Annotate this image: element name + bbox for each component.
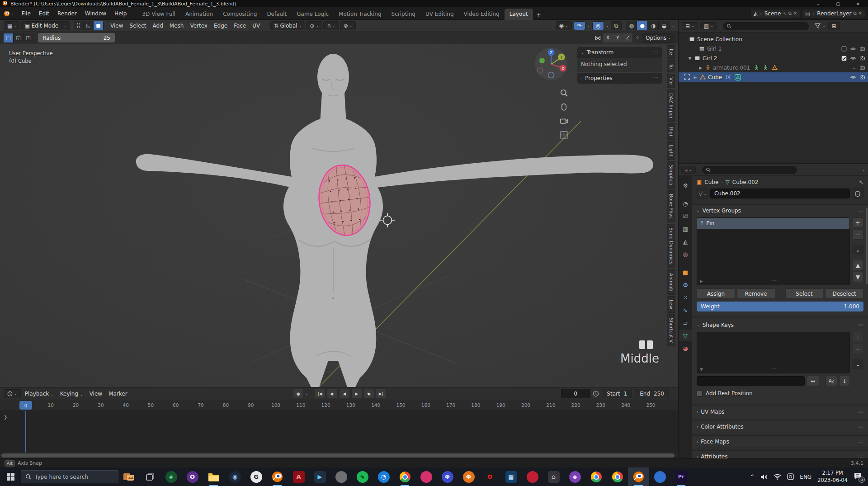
- mesh-datablock-dropdown[interactable]: ▽⌄: [697, 189, 708, 198]
- current-frame-field[interactable]: 0: [561, 389, 590, 398]
- menu-help[interactable]: Help: [110, 9, 131, 19]
- viewport-menu-mesh[interactable]: Mesh: [166, 21, 187, 30]
- tab-animation[interactable]: Animation: [180, 9, 218, 20]
- play-reverse-button[interactable]: ◀: [339, 389, 350, 398]
- jump-to-start-button[interactable]: |◀: [315, 389, 326, 398]
- tab-scripting[interactable]: Scripting: [387, 9, 420, 20]
- panel-grip-icon[interactable]: ∷∷: [859, 410, 863, 414]
- maximize-button[interactable]: ▢: [828, 1, 848, 6]
- news-widget-icon[interactable]: [118, 467, 139, 486]
- properties-tab-data[interactable]: ▽: [679, 330, 692, 341]
- outliner-row-armature-001[interactable]: ▶armature.001⌄: [679, 63, 868, 72]
- panel-grip-icon[interactable]: ∷∷: [859, 439, 863, 444]
- blender-app-menu[interactable]: ⌄: [0, 10, 18, 17]
- language-indicator[interactable]: ENG: [800, 474, 811, 480]
- taskbar-app-app-gray[interactable]: [330, 467, 352, 486]
- taskbar-app-app-phi-orange[interactable]: Φ: [458, 467, 479, 486]
- snap-falloff-icon[interactable]: ⁘: [635, 35, 640, 41]
- tab-uv-editing[interactable]: UV Editing: [420, 9, 459, 20]
- mirror-z-toggle[interactable]: Z: [623, 33, 633, 42]
- sidebar-tab-to[interactable]: To: [667, 60, 675, 72]
- properties-tab-object[interactable]: ■: [679, 266, 692, 278]
- taskbar-app-blender[interactable]: [267, 467, 288, 486]
- sort-direction-button[interactable]: ↓: [839, 376, 850, 386]
- hide-eye-icon[interactable]: [850, 56, 856, 61]
- shape-keys-list[interactable]: ▼∷∷: [697, 332, 850, 373]
- taskbar-app-app-pink-circle[interactable]: [415, 467, 437, 486]
- editor-type-button[interactable]: ▦⌄: [4, 21, 20, 30]
- sidebar-tab-simplica[interactable]: Simplica: [667, 161, 675, 189]
- section-color-attributes[interactable]: ›Color Attributes∷∷: [692, 420, 868, 433]
- preview-range-clock-icon[interactable]: [593, 391, 599, 397]
- taskbar-app-photos-app[interactable]: ▦: [500, 467, 522, 486]
- vertex-group-item-pin[interactable]: ⠿ Pin ⌐: [697, 218, 849, 229]
- disclosure-icon[interactable]: ▼: [688, 56, 692, 61]
- taskbar-app-app-blue-circle[interactable]: [649, 467, 670, 486]
- timeline-menu-marker[interactable]: Marker: [105, 389, 130, 398]
- wireframe-shading-icon[interactable]: ◍: [626, 21, 637, 30]
- fake-user-shield-button[interactable]: [852, 189, 863, 198]
- disclosure-icon[interactable]: ▶: [693, 75, 698, 80]
- tab-video-editing[interactable]: Video Editing: [459, 9, 505, 20]
- properties-tab-output[interactable]: ⎚: [679, 210, 692, 222]
- properties-tab-scene[interactable]: ◭: [679, 236, 692, 247]
- taskbar-app-chrome-profile-3[interactable]: [607, 467, 628, 486]
- editor-type-button[interactable]: ⫞⌄: [681, 166, 696, 174]
- mirror-x-toggle[interactable]: X: [603, 33, 613, 42]
- taskbar-app-app-steam-blue[interactable]: ◉: [224, 467, 245, 486]
- outliner-row-girl-2[interactable]: ▼Girl 2: [679, 53, 868, 63]
- sidebar-tab-daz-impor[interactable]: DAZ Impor: [667, 90, 675, 122]
- properties-tab-world[interactable]: ◍: [679, 248, 692, 260]
- sidebar-tab-shortcut-v[interactable]: Shortcut V: [667, 314, 675, 346]
- taskbar-app-opera[interactable]: O: [479, 467, 500, 486]
- lock-open-icon[interactable]: ⌐: [842, 221, 846, 226]
- tab-default[interactable]: Default: [262, 9, 292, 20]
- taskbar-app-browser-compass[interactable]: ◔: [373, 467, 394, 486]
- taskbar-search[interactable]: Type here to search: [21, 470, 118, 483]
- closed-eye-icon[interactable]: ⌄: [853, 65, 856, 70]
- assign-button[interactable]: Assign: [697, 288, 735, 299]
- taskbar-app-app-violet-circle[interactable]: ◆: [564, 467, 585, 486]
- taskbar-app-task-view[interactable]: [139, 467, 160, 486]
- face-select-icon[interactable]: ■: [94, 21, 104, 30]
- mirror-y-toggle[interactable]: Y: [613, 33, 623, 42]
- section-face-maps[interactable]: ›Face Maps∷∷: [692, 435, 868, 448]
- pin-shape-key-button[interactable]: ↔: [807, 376, 819, 386]
- xray-toggle[interactable]: ⧉: [611, 21, 622, 30]
- hide-eye-icon[interactable]: [850, 75, 856, 80]
- transform-panel-header[interactable]: ⌄Transform ∷∷: [577, 47, 662, 58]
- symmetry-icon[interactable]: ⋈: [594, 35, 601, 41]
- disable-render-icon[interactable]: [859, 65, 865, 71]
- outliner-row-cube[interactable]: ▶Cube: [679, 72, 868, 82]
- sidebar-tab-animati[interactable]: Animati: [667, 269, 675, 295]
- menu-edit[interactable]: Edit: [35, 9, 53, 19]
- taskbar-app-app-phi-blue[interactable]: Φ: [437, 467, 458, 486]
- viewport-menu-view[interactable]: View: [107, 21, 126, 30]
- timeline-scrollbar[interactable]: [0, 453, 678, 458]
- taskbar-app-app-green-circle[interactable]: ◈: [160, 467, 182, 486]
- timeline-menu-view[interactable]: View: [86, 389, 105, 398]
- outliner-filter-mode-dropdown[interactable]: ▥⌄: [700, 22, 717, 30]
- scene-selector[interactable]: ◭⌄ Scene ➴ ⧉ ✕: [750, 9, 800, 18]
- show-object-types-dropdown[interactable]: ◉⌄: [556, 21, 572, 30]
- navigation-gizmo[interactable]: Z Y X: [534, 47, 568, 80]
- weight-slider[interactable]: Weight 1.000: [697, 302, 863, 311]
- volume-icon[interactable]: [760, 474, 768, 480]
- taskbar-app-app-dark-square[interactable]: ⌂: [543, 467, 564, 486]
- vertex-groups-panel-header[interactable]: ⌄Vertex Groups ∷∷: [692, 205, 868, 217]
- select-new-icon[interactable]: ⬚: [4, 33, 14, 42]
- play-button[interactable]: ▶: [351, 389, 362, 398]
- menu-render[interactable]: Render: [53, 9, 81, 19]
- proportional-edit-toggle[interactable]: ⊚⌄: [340, 21, 356, 30]
- notifications-icon[interactable]: 5: [854, 472, 862, 481]
- ortho-toggle-icon[interactable]: [559, 130, 569, 140]
- pin-icon[interactable]: ➴: [783, 11, 786, 16]
- taskbar-app-app-red-circle[interactable]: [522, 467, 543, 486]
- menu-file[interactable]: File: [18, 9, 35, 19]
- properties-tab-particles[interactable]: ⁙: [679, 292, 692, 303]
- solid-shading-icon[interactable]: ●: [637, 21, 648, 30]
- sidebar-tab-lew[interactable]: Lew: [667, 296, 675, 313]
- taskbar-app-blender-active[interactable]: [628, 467, 649, 486]
- disable-render-icon[interactable]: [859, 46, 865, 52]
- select-subtract-icon[interactable]: ◳: [24, 33, 33, 42]
